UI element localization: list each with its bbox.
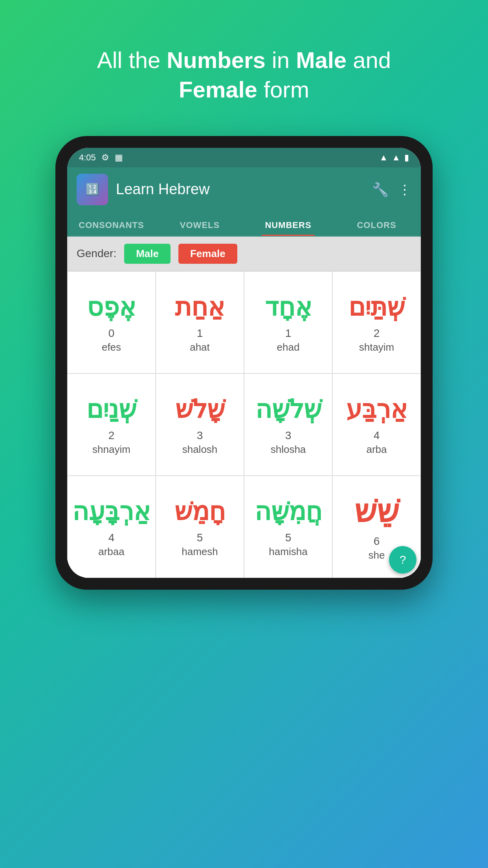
transliteration: arba: [366, 443, 387, 456]
battery-icon: ▮: [404, 153, 409, 163]
list-item[interactable]: שָׁלֹשׁ 3 shalosh: [156, 373, 244, 476]
transliteration: ehad: [277, 341, 300, 353]
hero-section: All the Numbers in Male and Female form: [34, 0, 454, 132]
question-icon: ?: [400, 553, 406, 566]
transliteration: hamesh: [182, 546, 218, 558]
numbers-grid-wrapper: אֶפֶס 0 efes אַחַת 1 ahat אֶחָד 1 ehad: [67, 271, 421, 578]
phone-screen: 4:05 ⚙ ▦ ▲ ▲ ▮ 🔢 Learn Hebrew 🔧 ⋮: [67, 148, 421, 578]
hebrew-text: אַרְבָּעָה: [72, 497, 150, 527]
number-value: 5: [285, 531, 292, 544]
list-item[interactable]: אַרְבָּעָה 4 arbaa: [67, 476, 156, 578]
transliteration: shalosh: [182, 443, 218, 456]
list-item[interactable]: אֶפֶס 0 efes: [67, 271, 156, 373]
number-value: 3: [197, 429, 203, 442]
hebrew-text: שְׁלֹשָׁה: [255, 394, 321, 425]
tab-colors[interactable]: COLORS: [332, 211, 421, 236]
transliteration: shtayim: [359, 341, 394, 353]
transliteration: ahat: [190, 341, 210, 353]
transliteration: shlosha: [271, 443, 306, 456]
app-bar: 🔢 Learn Hebrew 🔧 ⋮: [67, 167, 421, 211]
tab-consonants[interactable]: CONSONANTS: [67, 211, 156, 236]
tab-numbers[interactable]: NUMBERS: [244, 211, 332, 236]
phone-frame: 4:05 ⚙ ▦ ▲ ▲ ▮ 🔢 Learn Hebrew 🔧 ⋮: [55, 136, 433, 590]
hebrew-text: שְׁתַּיִם: [349, 292, 405, 322]
hebrew-text: שֵׁשׁ: [354, 493, 399, 530]
number-value: 4: [108, 531, 115, 544]
hebrew-text: אֶחָד: [265, 292, 312, 322]
list-item[interactable]: שֵׁשׁ 6 she ?: [332, 476, 421, 578]
number-value: 3: [285, 429, 292, 442]
app-title: Learn Hebrew: [116, 181, 364, 198]
time-display: 4:05: [79, 153, 96, 163]
hebrew-text: אַחַת: [175, 292, 225, 322]
list-item[interactable]: שְׁתַּיִם 2 shtayim: [332, 271, 421, 373]
hebrew-text: חָמֵשׁ: [174, 497, 226, 527]
transliteration: arbaa: [98, 546, 125, 558]
gender-bar: Gender: Male Female: [67, 237, 421, 271]
number-value: 5: [197, 531, 203, 544]
settings-icon: ⚙: [101, 153, 109, 163]
wrench-icon[interactable]: 🔧: [372, 182, 389, 197]
status-bar: 4:05 ⚙ ▦ ▲ ▲ ▮: [67, 148, 421, 167]
list-item[interactable]: שְׁלֹשָׁה 3 shlosha: [244, 373, 332, 476]
content-area: Gender: Male Female אֶפֶס 0 efes אַחַת 1: [67, 237, 421, 578]
number-value: 4: [374, 429, 380, 442]
numbers-grid: אֶפֶס 0 efes אַחַת 1 ahat אֶחָד 1 ehad: [67, 271, 421, 578]
transliteration: shnayim: [92, 443, 130, 456]
hero-text: All the Numbers in Male and Female form: [66, 22, 422, 120]
number-value: 0: [108, 327, 115, 340]
signal-icon: ▲: [392, 153, 400, 163]
number-value: 2: [374, 327, 380, 340]
hebrew-text: חֲמִשָּׁה: [255, 497, 322, 527]
transliteration: efes: [102, 341, 121, 353]
list-item[interactable]: שְׁנַיִם 2 shnayim: [67, 373, 156, 476]
transliteration: she: [369, 549, 385, 561]
more-menu-icon[interactable]: ⋮: [398, 182, 411, 197]
number-value: 1: [285, 327, 292, 340]
hebrew-text: אֶפֶס: [87, 292, 136, 322]
number-value: 6: [374, 535, 380, 548]
tab-vowels[interactable]: VOWELS: [156, 211, 244, 236]
number-value: 1: [197, 327, 203, 340]
tab-bar: CONSONANTS VOWELS NUMBERS COLORS: [67, 211, 421, 237]
male-button[interactable]: Male: [124, 244, 171, 264]
list-item[interactable]: חָמֵשׁ 5 hamesh: [156, 476, 244, 578]
wifi-icon: ▲: [379, 153, 388, 163]
number-value: 2: [108, 429, 115, 442]
list-item[interactable]: אַחַת 1 ahat: [156, 271, 244, 373]
list-item[interactable]: חֲמִשָּׁה 5 hamisha: [244, 476, 332, 578]
gender-label: Gender:: [77, 247, 116, 260]
transliteration: hamisha: [269, 546, 307, 558]
hebrew-text: אַרְבַּע: [346, 394, 407, 425]
hebrew-text: שְׁנַיִם: [86, 394, 136, 425]
help-fab[interactable]: ?: [389, 546, 416, 574]
list-item[interactable]: אֶחָד 1 ehad: [244, 271, 332, 373]
sim-icon: ▦: [115, 153, 123, 163]
female-button[interactable]: Female: [178, 244, 237, 264]
hebrew-text: שָׁלֹשׁ: [175, 394, 225, 425]
app-icon: 🔢: [77, 174, 108, 205]
list-item[interactable]: אַרְבַּע 4 arba: [332, 373, 421, 476]
